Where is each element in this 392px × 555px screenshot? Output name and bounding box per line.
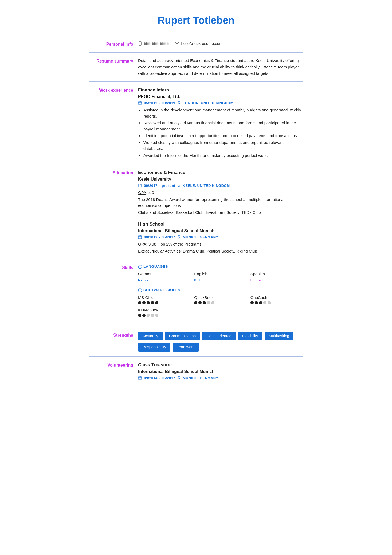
vol-dates: 09/2014 – 05/2017 [144, 375, 175, 381]
bullet-item: Reviewed and analyzed various financial … [143, 120, 303, 132]
svg-point-28 [179, 377, 179, 378]
bullet-item: Worked closely with colleagues from othe… [143, 140, 303, 152]
dot [142, 314, 146, 317]
email-item: hello@kickresume.com [175, 41, 222, 47]
calendar-icon-edu1 [138, 184, 142, 187]
dot [198, 301, 202, 304]
languages-subtitle: LANGUAGES [138, 264, 303, 269]
edu-location-1: KEELE, UNITED KINGDOM [183, 183, 230, 188]
tag-flexibility: Flexibility [238, 332, 262, 341]
vol-org: International Bilingual School Munich [138, 368, 303, 375]
email-icon [175, 42, 179, 45]
dots-kmymoney [138, 314, 191, 317]
dots-quickbooks [194, 301, 247, 304]
resume-summary-section: Resume summary Detail and accuracy-orien… [89, 52, 303, 81]
info-icon-software [138, 288, 142, 292]
edu-block-2: High School International Bilingual Scho… [138, 221, 303, 254]
phone-item: 555-555-5555 [138, 41, 169, 47]
svg-point-12 [179, 185, 179, 185]
education-label: Education [89, 169, 138, 254]
edu-location-2: MUNICH, GERMANY [183, 235, 218, 240]
edu-block-1: Economics & Finance Keele University 09/… [138, 169, 303, 215]
summary-text: Detail and accuracy-oriented Economics &… [138, 57, 303, 77]
bullet-item: Assisted in the development and manageme… [143, 107, 303, 119]
location-icon-edu1 [177, 184, 181, 187]
calendar-icon-edu2 [138, 235, 142, 239]
edu-institution-2: International Bilingual School Munich [138, 228, 303, 234]
sw-kmymoney: KMyMoney [138, 307, 191, 317]
edu-degree-1: Economics & Finance [138, 169, 303, 176]
resume-container: Rupert Totleben Personal info 555-555-55… [76, 0, 316, 400]
svg-rect-24 [138, 377, 142, 379]
software-subsection: SOFTWARE SKILLS MS Office [138, 288, 303, 317]
location-icon-vol [177, 376, 181, 380]
work-experience-content: Finance Intern PEGO Financial, Ltd. 05/2… [138, 87, 303, 159]
dot [151, 314, 154, 317]
calendar-icon-vol [138, 376, 142, 380]
dot [142, 301, 146, 304]
bullet-item: Awarded the Intern of the Month for cons… [143, 153, 303, 159]
personal-info-section: Personal info 555-555-5555 hello@kickres… [89, 36, 303, 52]
volunteering-content: Class Treasurer International Bilingual … [138, 362, 303, 382]
edu-meta-1: 09/2017 – present KEELE, UNITED KINGDOM [138, 183, 303, 188]
resume-summary-label: Resume summary [89, 57, 138, 77]
skills-section: Skills LANGUAGES German Native [89, 259, 303, 327]
dot [211, 301, 214, 304]
svg-point-7 [179, 102, 179, 103]
vol-meta: 09/2014 – 05/2017 MUNICH, GERMANY [138, 375, 303, 381]
dot [147, 301, 150, 304]
volunteering-section: Volunteering Class Treasurer Internation… [89, 356, 303, 387]
dots-msoffice [138, 301, 191, 304]
job-meta: 05/2019 – 08/2019 LONDON, UNITED KINGDOM [138, 100, 303, 106]
resume-name: Rupert Totleben [89, 13, 303, 28]
sw-gnucash: GnuCash [250, 295, 303, 305]
vol-location: MUNICH, GERMANY [183, 375, 218, 381]
job-bullets: Assisted in the development and manageme… [138, 107, 303, 158]
vol-title: Class Treasurer [138, 362, 303, 368]
edu-gpa-2: GPA: 3.98 (Top 2% of the Program) [138, 241, 303, 247]
work-experience-label: Work experience [89, 87, 138, 159]
svg-rect-13 [138, 236, 142, 239]
software-grid: MS Office QuickBooks [138, 295, 303, 317]
dot [268, 301, 271, 304]
svg-rect-3 [138, 102, 142, 104]
strengths-content: Accuracy Communication Detail oriented F… [138, 332, 303, 352]
dot [194, 301, 197, 304]
svg-rect-2 [175, 42, 179, 45]
strengths-tags: Accuracy Communication Detail oriented F… [138, 332, 303, 352]
dot [263, 301, 266, 304]
lang-english: English Full [194, 271, 247, 283]
email-address: hello@kickresume.com [181, 41, 222, 47]
tag-accuracy: Accuracy [138, 332, 163, 341]
edu-meta-2: 09/2013 – 05/2017 MUNICH, GERMANY [138, 235, 303, 240]
phone-number: 555-555-5555 [144, 41, 169, 47]
work-experience-section: Work experience Finance Intern PEGO Fina… [89, 81, 303, 164]
edu-extra-2: Extracurricular Activities: Drama Club, … [138, 248, 303, 254]
svg-point-17 [179, 236, 179, 237]
info-icon-languages [138, 265, 142, 269]
tag-teamwork: Teamwork [173, 343, 199, 352]
location-icon [177, 101, 181, 105]
education-content: Economics & Finance Keele University 09/… [138, 169, 303, 254]
location-icon-edu2 [177, 235, 181, 239]
edu-dates-1: 09/2017 – present [144, 183, 175, 188]
job-dates: 05/2019 – 08/2019 [144, 100, 175, 106]
lang-spanish: Spanish Limited [250, 271, 303, 283]
dot [250, 301, 254, 304]
dot [255, 301, 258, 304]
sw-quickbooks: QuickBooks [194, 295, 247, 305]
languages-grid: German Native English Full Spanish Limit… [138, 271, 303, 283]
personal-info-line: 555-555-5555 hello@kickresume.com [138, 41, 303, 47]
edu-award-1: The 2018 Dean's Award winner for represe… [138, 197, 303, 209]
lang-german: German Native [138, 271, 191, 283]
tag-multitasking: Multitasking [265, 332, 294, 341]
svg-point-20 [140, 266, 140, 266]
skills-label: Skills [89, 264, 138, 322]
svg-rect-8 [138, 184, 142, 187]
job-title: Finance Intern [138, 87, 303, 94]
tag-responsibility: Responsibility [138, 343, 170, 352]
company-name: PEGO Financial, Ltd. [138, 94, 303, 100]
svg-rect-1 [140, 45, 141, 45]
languages-subsection: LANGUAGES German Native English Full Spa… [138, 264, 303, 283]
dot [151, 301, 154, 304]
